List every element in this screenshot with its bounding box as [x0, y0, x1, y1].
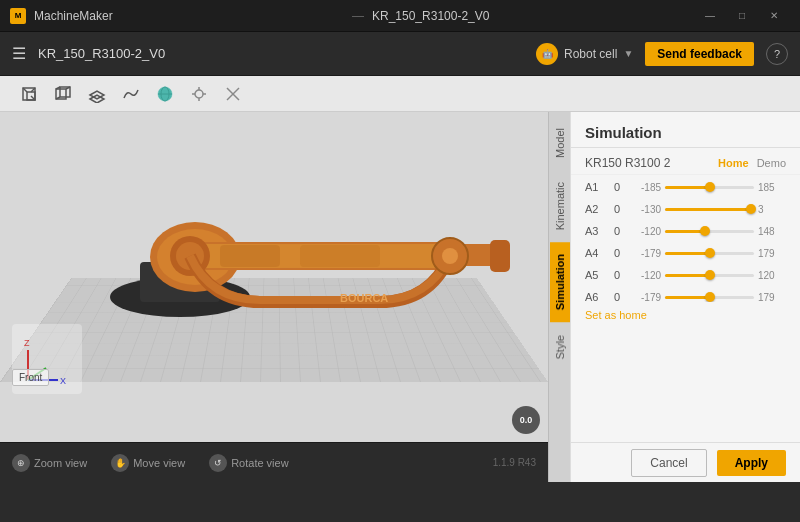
target-tool[interactable]	[186, 81, 212, 107]
a1-value: 0	[605, 181, 629, 193]
a3-label: A3	[585, 225, 601, 237]
robot-model: BOURCA	[60, 112, 520, 322]
feedback-button[interactable]: Send feedback	[645, 42, 754, 66]
axis-a2-row: A2 0 -130 3	[585, 203, 786, 215]
a5-label: A5	[585, 269, 601, 281]
a1-label: A1	[585, 181, 601, 193]
top-file-name: KR_150_R3100-2_V0	[38, 46, 524, 61]
a1-max: 185	[758, 182, 786, 193]
a3-track[interactable]	[665, 230, 754, 233]
svg-text:BOURCA: BOURCA	[340, 292, 388, 304]
set-home-link[interactable]: Set as home	[585, 309, 647, 321]
a2-label: A2	[585, 203, 601, 215]
svg-point-38	[442, 248, 458, 264]
apply-button[interactable]: Apply	[717, 450, 786, 476]
home-link[interactable]: Home	[718, 157, 749, 169]
tab-kinematic[interactable]: Kinematic	[550, 170, 570, 242]
a6-label: A6	[585, 291, 601, 302]
a4-label: A4	[585, 247, 601, 259]
a5-max: 120	[758, 270, 786, 281]
box-frame-tool[interactable]	[50, 81, 76, 107]
right-panel: Simulation KR150 R3100 2 Home Demo A1 0 …	[570, 112, 800, 482]
cancel-button[interactable]: Cancel	[631, 449, 706, 477]
svg-text:X: X	[60, 376, 66, 386]
axis-a4-row: A4 0 -179 179	[585, 247, 786, 259]
view-controls-bar: ⊕ Zoom view ✋ Move view ↺ Rotate view 1.…	[0, 442, 548, 482]
side-tabs: Model Kinematic Simulation Style	[548, 112, 570, 482]
axis-a5-row: A5 0 -120 120	[585, 269, 786, 281]
a6-track[interactable]	[665, 296, 754, 299]
a6-min: -179	[633, 292, 661, 302]
window-controls: — □ ✕	[694, 0, 790, 32]
a1-min: -185	[633, 182, 661, 193]
panel-subheader: KR150 R3100 2 Home Demo	[571, 148, 800, 175]
top-bar: ☰ KR_150_R3100-2_V0 🤖 Robot cell ▼ Send …	[0, 32, 800, 76]
a3-min: -120	[633, 226, 661, 237]
svg-rect-33	[490, 240, 510, 272]
maximize-button[interactable]: □	[726, 0, 758, 32]
move-label: Move view	[133, 457, 185, 469]
rotate-view-control[interactable]: ↺ Rotate view	[209, 454, 288, 472]
demo-link[interactable]: Demo	[757, 157, 786, 169]
a2-value: 0	[605, 203, 629, 215]
link-group: Home Demo	[718, 157, 786, 169]
robot-icon: 🤖	[536, 43, 558, 65]
set-home-area: Set as home	[571, 302, 800, 328]
transform-tool[interactable]	[220, 81, 246, 107]
box-solid-tool[interactable]	[16, 81, 42, 107]
a2-min: -130	[633, 204, 661, 215]
tab-style[interactable]: Style	[550, 323, 570, 371]
version-label: 1.1.9 R43	[493, 457, 536, 468]
action-bar: Cancel Apply	[571, 442, 800, 482]
speed-indicator: 0.0	[512, 406, 540, 434]
title-bar: M MachineMaker — KR_150_R3100-2_V0 — □ ✕	[0, 0, 800, 32]
a6-value: 0	[605, 291, 629, 302]
chevron-down-icon: ▼	[623, 48, 633, 59]
app-title: MachineMaker	[34, 9, 348, 23]
robot-cell-selector[interactable]: 🤖 Robot cell ▼	[536, 43, 633, 65]
panel-header: Simulation	[571, 112, 800, 148]
plane-tool[interactable]	[84, 81, 110, 107]
svg-text:Z: Z	[24, 338, 30, 348]
a4-value: 0	[605, 247, 629, 259]
svg-rect-35	[220, 245, 280, 267]
move-view-control[interactable]: ✋ Move view	[111, 454, 185, 472]
svg-rect-36	[300, 245, 380, 267]
help-button[interactable]: ?	[766, 43, 788, 65]
a5-track[interactable]	[665, 274, 754, 277]
a4-min: -179	[633, 248, 661, 259]
main-area: BOURCA Z X	[0, 112, 800, 482]
panel-title: Simulation	[585, 124, 786, 141]
axis-a1-row: A1 0 -185 185	[585, 181, 786, 193]
robot-model-name: KR150 R3100 2	[585, 156, 670, 170]
tab-model[interactable]: Model	[550, 116, 570, 170]
axis-a6-row: A6 0 -179 179	[585, 291, 786, 302]
app-icon: M	[10, 8, 26, 24]
menu-icon[interactable]: ☰	[12, 44, 26, 63]
robot-cell-label: Robot cell	[564, 47, 617, 61]
axis-a3-row: A3 0 -120 148	[585, 225, 786, 237]
sphere-tool[interactable]	[152, 81, 178, 107]
zoom-label: Zoom view	[34, 457, 87, 469]
toolbar	[0, 76, 800, 112]
zoom-view-control[interactable]: ⊕ Zoom view	[12, 454, 87, 472]
view-label: Front	[12, 369, 49, 386]
move-icon: ✋	[111, 454, 129, 472]
svg-point-15	[195, 90, 203, 98]
3d-viewport[interactable]: BOURCA Z X	[0, 112, 548, 442]
minimize-button[interactable]: —	[694, 0, 726, 32]
rotate-icon: ↺	[209, 454, 227, 472]
a4-max: 179	[758, 248, 786, 259]
a2-track[interactable]	[665, 208, 754, 211]
a4-track[interactable]	[665, 252, 754, 255]
sliders-area: A1 0 -185 185 A2 0 -130 3	[571, 175, 800, 302]
tab-simulation[interactable]: Simulation	[550, 242, 570, 322]
a1-track[interactable]	[665, 186, 754, 189]
a3-max: 148	[758, 226, 786, 237]
a5-value: 0	[605, 269, 629, 281]
file-name: KR_150_R3100-2_V0	[372, 9, 686, 23]
rotate-label: Rotate view	[231, 457, 288, 469]
a2-max: 3	[758, 204, 786, 215]
close-button[interactable]: ✕	[758, 0, 790, 32]
path-tool[interactable]	[118, 81, 144, 107]
